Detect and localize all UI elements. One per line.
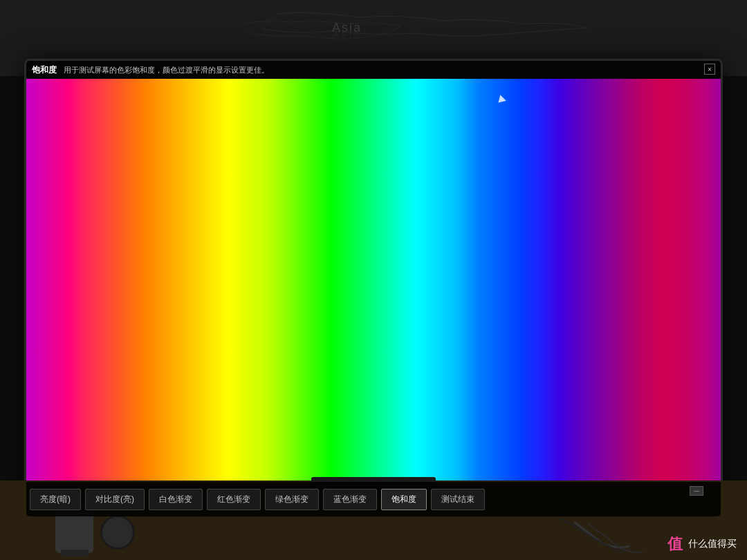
speaker-right xyxy=(100,515,135,550)
saturation-gradient xyxy=(26,79,721,482)
monitor-frame: 饱和度 用于测试屏幕的色彩饱和度，颜色过渡平滑的显示设置更佳。 × 亮度(暗) … xyxy=(24,59,723,519)
svg-text:Asia: Asia xyxy=(332,28,362,40)
brightness-dark-button[interactable]: 亮度(暗) xyxy=(30,489,81,510)
white-gradient-button[interactable]: 白色渐变 xyxy=(149,489,203,510)
test-end-button[interactable]: 测试结束 xyxy=(431,489,485,510)
contrast-bright-button[interactable]: 对比度(亮) xyxy=(85,489,145,510)
minimize-button[interactable] xyxy=(690,486,703,496)
monitor-screen: 饱和度 用于测试屏幕的色彩饱和度，颜色过渡平滑的显示设置更佳。 × 亮度(暗) … xyxy=(26,61,721,516)
green-gradient-button[interactable]: 绿色渐变 xyxy=(265,489,319,510)
saturation-button[interactable]: 饱和度 xyxy=(381,489,427,510)
watermark-logo: 值 xyxy=(667,534,683,554)
desk-cables xyxy=(505,519,643,560)
watermark: 值 什么值得买 xyxy=(667,534,737,554)
blue-gradient-button[interactable]: 蓝色渐变 xyxy=(323,489,377,510)
close-button[interactable]: × xyxy=(704,64,715,75)
red-gradient-button[interactable]: 红色渐变 xyxy=(207,489,261,510)
app-title: 饱和度 xyxy=(32,64,57,76)
bottom-toolbar: 亮度(暗) 对比度(亮) 白色渐变 红色渐变 绿色渐变 蓝色渐变 饱和度 测试结… xyxy=(26,482,721,516)
title-bar: 饱和度 用于测试屏幕的色彩饱和度，颜色过渡平滑的显示设置更佳。 × xyxy=(26,61,721,79)
app-description: 用于测试屏幕的色彩饱和度，颜色过渡平滑的显示设置更佳。 xyxy=(64,65,269,75)
watermark-site-name: 什么值得买 xyxy=(688,538,737,550)
